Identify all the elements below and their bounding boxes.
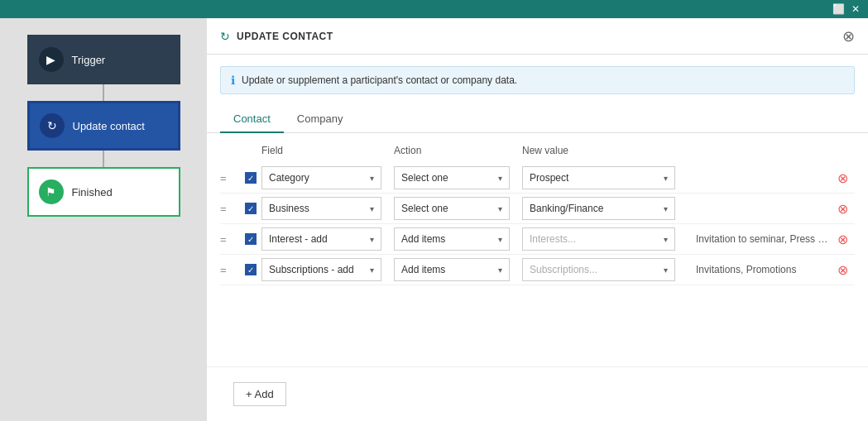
add-button[interactable]: + Add <box>233 382 286 406</box>
field-dropdown-business[interactable]: Business ▾ <box>261 197 394 220</box>
checkbox-interest[interactable] <box>245 233 261 245</box>
newval-placeholder-interest: Interests... <box>530 233 576 245</box>
newval-dropdown-btn-category[interactable]: Prospect ▾ <box>522 166 675 189</box>
panel-header: ↻ UPDATE CONTACT ⊗ <box>207 18 868 55</box>
main-layout: ▶ Trigger ↻ Update contact ⚑ Finished <box>0 18 868 421</box>
field-value-business: Business <box>269 203 309 214</box>
update-node[interactable]: ↻ Update contact <box>27 101 180 151</box>
finished-label: Finished <box>72 186 113 199</box>
newval-placeholder-subscriptions: Subscriptions... <box>530 264 597 275</box>
connector-1 <box>103 84 104 101</box>
tab-company[interactable]: Company <box>284 106 357 133</box>
newval-value-category: Prospect <box>530 172 568 184</box>
newval-dropdown-btn-business[interactable]: Banking/Finance ▾ <box>522 197 675 220</box>
field-dropdown-category[interactable]: Category ▾ <box>261 166 394 189</box>
tags-interest: Invitation to seminar, Press releases... <box>696 233 830 245</box>
chevron-icon: ▾ <box>498 204 502 213</box>
equals-sign: = <box>220 264 245 276</box>
action-value-subscriptions: Add items <box>401 264 445 275</box>
panel-title-area: ↻ UPDATE CONTACT <box>220 30 333 43</box>
chevron-icon: ▾ <box>370 266 374 275</box>
panel-title-icon: ↻ <box>220 30 230 43</box>
chevron-icon: ▾ <box>664 266 668 275</box>
equals-sign: = <box>220 172 245 184</box>
top-bar: ⬜ ✕ <box>0 0 868 18</box>
action-dropdown-btn-business[interactable]: Select one ▾ <box>394 197 510 220</box>
info-bar: ℹ Update or supplement a participant's c… <box>220 66 855 94</box>
chevron-icon: ▾ <box>498 235 502 244</box>
tags-interest-text: Invitation to seminar, Press releases... <box>696 233 830 245</box>
field-dropdown-subscriptions[interactable]: Subscriptions - add ▾ <box>261 258 394 281</box>
table-row: = Interest - add ▾ Add items ▾ <box>220 224 855 255</box>
tabs-area: Contact Company <box>207 106 868 133</box>
field-dropdown-btn-category[interactable]: Category ▾ <box>261 166 381 189</box>
table-row: = Category ▾ Select one ▾ <box>220 163 855 194</box>
chevron-icon: ▾ <box>370 174 374 183</box>
action-dropdown-business[interactable]: Select one ▾ <box>394 197 522 220</box>
table-area: Field Action New value = Category ▾ <box>207 133 868 366</box>
chevron-icon: ▾ <box>370 235 374 244</box>
field-dropdown-btn-business[interactable]: Business ▾ <box>261 197 381 220</box>
action-value-category: Select one <box>401 172 448 184</box>
chevron-icon: ▾ <box>664 235 668 244</box>
finished-node[interactable]: ⚑ Finished <box>27 167 180 217</box>
newval-dropdown-business[interactable]: Banking/Finance ▾ <box>522 197 696 220</box>
sidebar: ▶ Trigger ↻ Update contact ⚑ Finished <box>0 18 207 421</box>
remove-button-business[interactable]: ⊗ <box>830 201 855 217</box>
flow-item-finished: ⚑ Finished <box>21 167 186 217</box>
col-new-value: New value <box>522 145 696 156</box>
connector-2 <box>103 151 104 167</box>
action-dropdown-btn-subscriptions[interactable]: Add items ▾ <box>394 258 510 281</box>
remove-button-category[interactable]: ⊗ <box>830 170 855 186</box>
checkbox-business[interactable] <box>245 203 261 214</box>
checkbox-icon[interactable] <box>245 264 257 275</box>
action-dropdown-btn-category[interactable]: Select one ▾ <box>394 166 510 189</box>
restore-button[interactable]: ⬜ <box>829 3 848 15</box>
remove-button-interest[interactable]: ⊗ <box>830 232 855 247</box>
checkbox-category[interactable] <box>245 172 261 184</box>
newval-dropdown-subscriptions[interactable]: Subscriptions... ▾ <box>522 258 696 281</box>
action-dropdown-category[interactable]: Select one ▾ <box>394 166 522 189</box>
update-label: Update contact <box>73 120 145 132</box>
action-value-business: Select one <box>401 203 448 214</box>
action-value-interest: Add items <box>401 233 445 245</box>
chevron-icon: ▾ <box>370 204 374 213</box>
trigger-node[interactable]: ▶ Trigger <box>27 35 180 84</box>
newval-dropdown-btn-subscriptions[interactable]: Subscriptions... ▾ <box>522 258 675 281</box>
field-dropdown-btn-interest[interactable]: Interest - add ▾ <box>261 227 381 251</box>
right-panel: ↻ UPDATE CONTACT ⊗ ℹ Update or supplemen… <box>207 18 868 421</box>
table-header: Field Action New value <box>220 141 855 160</box>
checkbox-icon[interactable] <box>245 172 257 184</box>
action-dropdown-interest[interactable]: Add items ▾ <box>394 227 522 251</box>
field-value-interest: Interest - add <box>269 233 328 245</box>
flow-item-update: ↻ Update contact <box>21 101 186 167</box>
chevron-icon: ▾ <box>498 266 502 275</box>
panel-close-button[interactable]: ⊗ <box>842 27 855 45</box>
action-dropdown-subscriptions[interactable]: Add items ▾ <box>394 258 522 281</box>
update-icon: ↻ <box>40 113 65 138</box>
info-icon: ℹ <box>231 74 235 87</box>
close-window-button[interactable]: ✕ <box>848 3 863 15</box>
field-value-category: Category <box>269 172 309 184</box>
newval-dropdown-btn-interest[interactable]: Interests... ▾ <box>522 227 675 251</box>
tab-contact[interactable]: Contact <box>220 106 284 133</box>
checkbox-icon[interactable] <box>245 233 257 245</box>
field-dropdown-interest[interactable]: Interest - add ▾ <box>261 227 394 251</box>
newval-dropdown-category[interactable]: Prospect ▾ <box>522 166 696 189</box>
newval-value-business: Banking/Finance <box>530 203 603 214</box>
trigger-icon: ▶ <box>39 47 64 72</box>
remove-button-subscriptions[interactable]: ⊗ <box>830 262 855 278</box>
equals-sign: = <box>220 233 245 246</box>
panel-footer: + Add <box>207 366 868 421</box>
field-dropdown-btn-subscriptions[interactable]: Subscriptions - add ▾ <box>261 258 381 281</box>
chevron-icon: ▾ <box>664 204 668 213</box>
col-field: Field <box>261 145 394 156</box>
equals-sign: = <box>220 203 245 215</box>
info-text: Update or supplement a participant's con… <box>242 74 517 86</box>
table-row: = Business ▾ Select one ▾ <box>220 194 855 224</box>
checkbox-icon[interactable] <box>245 203 257 214</box>
checkbox-subscriptions[interactable] <box>245 264 261 275</box>
action-dropdown-btn-interest[interactable]: Add items ▾ <box>394 227 510 251</box>
chevron-icon: ▾ <box>664 174 668 183</box>
newval-dropdown-interest[interactable]: Interests... ▾ <box>522 227 696 251</box>
